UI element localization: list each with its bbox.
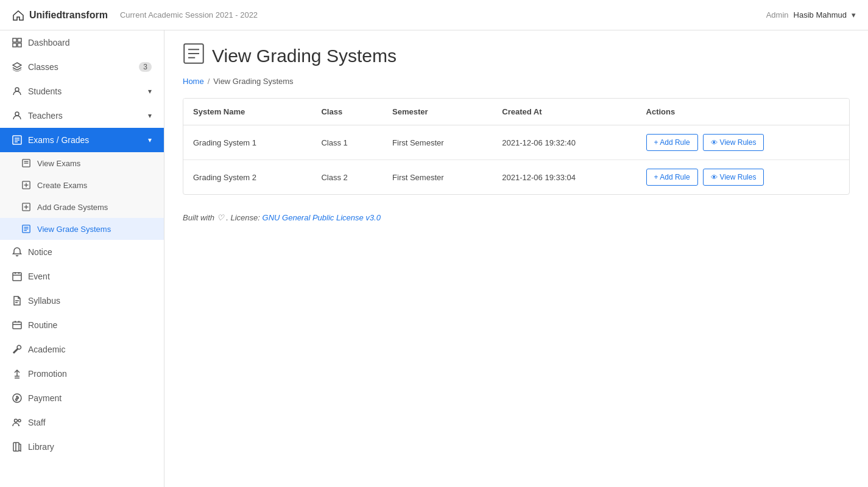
sidebar-item-library[interactable]: Library [0, 435, 164, 459]
view-rules-button-2[interactable]: 👁 View Rules [703, 169, 764, 186]
layers-icon [12, 62, 22, 72]
view-rules-button-1[interactable]: 👁 View Rules [703, 134, 764, 151]
sidebar-item-routine[interactable]: Routine [0, 313, 164, 337]
sidebar-item-exams-grades[interactable]: Exams / Grades ▾ [0, 128, 164, 152]
sidebar-label-syllabus: Syllabus [28, 296, 60, 306]
classes-badge: 3 [139, 62, 152, 72]
svg-rect-29 [13, 322, 21, 329]
sidebar-label-event: Event [28, 272, 50, 281]
clock-icon [12, 320, 22, 330]
sidebar-item-teachers[interactable]: Teachers ▾ [0, 103, 164, 128]
svg-point-38 [15, 419, 18, 422]
sidebar-item-add-grade-systems[interactable]: Add Grade Systems [0, 196, 164, 218]
sidebar-item-promotion[interactable]: Promotion [0, 362, 164, 386]
sidebar-label-library: Library [28, 442, 54, 452]
table-row: Grading System 1 Class 1 First Semester … [183, 125, 849, 160]
sidebar-item-classes[interactable]: Classes 3 [0, 55, 164, 79]
col-system-name: System Name [183, 99, 311, 125]
cell-system-name-2: Grading System 2 [183, 160, 311, 195]
navbar-left: Unifiedtransform Current Academic Sessio… [12, 9, 258, 21]
sidebar-item-academic[interactable]: Academic [0, 337, 164, 362]
sidebar-label-routine: Routine [28, 320, 57, 330]
chevron-down-icon: ▾ [148, 87, 152, 96]
grading-systems-table-card: System Name Class Semester Created At Ac… [183, 98, 850, 195]
footer-license-link[interactable]: GNU General Public License v3.0 [263, 213, 381, 222]
breadcrumb: Home / View Grading Systems [183, 77, 850, 86]
sidebar-label-teachers: Teachers [28, 111, 63, 121]
sidebar-item-dashboard[interactable]: Dashboard [0, 30, 164, 55]
bell-icon [12, 247, 22, 257]
navbar: Unifiedtransform Current Academic Sessio… [0, 0, 868, 30]
sidebar-item-event[interactable]: Event [0, 264, 164, 289]
actions-cell-1: + Add Rule 👁 View Rules [646, 134, 839, 151]
sidebar-label-staff: Staff [28, 418, 46, 427]
breadcrumb-separator: / [208, 77, 210, 86]
eye-icon-2: 👁 [711, 173, 718, 181]
sidebar-item-payment[interactable]: Payment [0, 386, 164, 410]
footer: Built with ♡ . License: GNU General Publ… [183, 213, 850, 222]
sidebar-item-staff[interactable]: Staff [0, 410, 164, 435]
sidebar-label-exams-grades: Exams / Grades [28, 135, 89, 145]
sidebar-item-view-grade-systems[interactable]: View Grade Systems [0, 218, 164, 240]
teacher-icon [12, 111, 22, 121]
svg-rect-2 [13, 43, 16, 47]
cell-semester-2: First Semester [383, 160, 492, 195]
table-header: System Name Class Semester Created At Ac… [183, 99, 849, 125]
cell-class-2: Class 2 [311, 160, 383, 195]
session-label: Current Academic Session 2021 - 2022 [120, 10, 258, 19]
sub-label-view-exams: View Exams [37, 159, 80, 168]
svg-rect-23 [13, 273, 21, 281]
sidebar-label-students: Students [28, 86, 62, 96]
sidebar-item-view-exams[interactable]: View Exams [0, 152, 164, 174]
sub-label-add-grade-systems: Add Grade Systems [37, 203, 108, 212]
sidebar-item-create-exams[interactable]: Create Exams [0, 174, 164, 196]
table-body: Grading System 1 Class 1 First Semester … [183, 125, 849, 195]
grading-systems-table: System Name Class Semester Created At Ac… [183, 99, 849, 194]
cell-semester-1: First Semester [383, 125, 492, 160]
sidebar-item-syllabus[interactable]: Syllabus [0, 289, 164, 313]
brand-name: Unifiedtransform [29, 10, 108, 21]
user-role: Admin [766, 10, 789, 19]
svg-point-5 [15, 112, 19, 116]
main-content: View Grading Systems Home / View Grading… [164, 30, 868, 487]
sidebar-label-dashboard: Dashboard [28, 38, 70, 47]
users-icon [12, 418, 22, 427]
page-header-icon [183, 43, 205, 69]
page-header: View Grading Systems [183, 43, 850, 69]
table-header-row: System Name Class Semester Created At Ac… [183, 99, 849, 125]
view-rules-label-1: View Rules [720, 138, 757, 147]
col-class: Class [311, 99, 383, 125]
view-exams-icon [21, 158, 31, 168]
svg-point-39 [18, 419, 21, 422]
list-icon [12, 135, 22, 145]
sidebar-label-promotion: Promotion [28, 369, 67, 379]
add-rule-label-1: + Add Rule [654, 138, 690, 147]
svg-rect-3 [18, 43, 21, 47]
cell-created-at-1: 2021-12-06 19:32:40 [492, 125, 636, 160]
cell-actions-1: + Add Rule 👁 View Rules [637, 125, 849, 160]
exams-submenu: View Exams Create Exams Add Grade System… [0, 152, 164, 240]
view-rules-label-2: View Rules [720, 173, 757, 181]
home-icon [12, 9, 24, 21]
sidebar-label-payment: Payment [28, 393, 62, 403]
footer-text-after: . License: [226, 213, 260, 222]
col-created-at: Created At [492, 99, 636, 125]
add-rule-button-2[interactable]: + Add Rule [646, 169, 698, 186]
sub-label-view-grade-systems: View Grade Systems [37, 225, 111, 234]
user-dropdown-icon[interactable]: ▾ [852, 10, 856, 19]
promotion-icon [12, 369, 22, 379]
add-rule-button-1[interactable]: + Add Rule [646, 134, 698, 151]
sidebar-item-students[interactable]: Students ▾ [0, 79, 164, 103]
breadcrumb-home[interactable]: Home [183, 77, 204, 86]
cell-created-at-2: 2021-12-06 19:33:04 [492, 160, 636, 195]
navbar-right: Admin Hasib Mahmud ▾ [766, 10, 856, 19]
dollar-icon [12, 393, 22, 403]
layout: Dashboard Classes 3 Students ▾ [0, 30, 868, 487]
file-icon [12, 296, 22, 306]
table-row: Grading System 2 Class 2 First Semester … [183, 160, 849, 195]
footer-heart: ♡ [217, 213, 224, 222]
sidebar-item-notice[interactable]: Notice [0, 240, 164, 264]
user-name[interactable]: Hasib Mahmud [794, 10, 847, 19]
grid-icon [12, 38, 22, 47]
user-icon [12, 86, 22, 96]
